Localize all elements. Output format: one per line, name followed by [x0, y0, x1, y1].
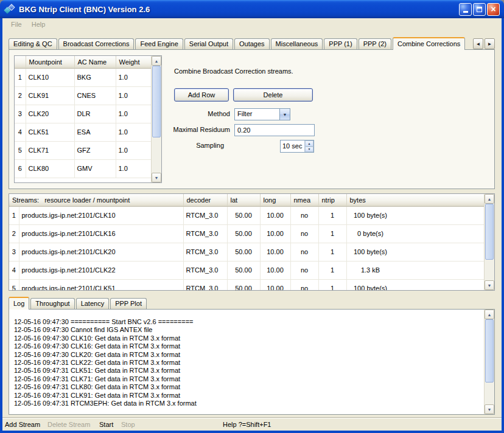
combine-table-scrollbar[interactable]: ▲ ▼ — [151, 56, 161, 182]
start-button[interactable]: Start — [99, 421, 113, 428]
cell-ntrip[interactable]: 1 — [318, 279, 346, 290]
combine-row[interactable]: 4 CLK51 ESA 1.0 — [15, 123, 151, 141]
cell-bytes[interactable]: 100 byte(s) — [346, 206, 484, 224]
scrollbar-track[interactable] — [152, 137, 161, 173]
cell-long[interactable]: 10.00 — [260, 261, 290, 279]
tab-ppp-1[interactable]: PPP (1) — [324, 38, 357, 49]
cell-long[interactable]: 10.00 — [260, 279, 290, 290]
cell-nmea[interactable]: no — [290, 243, 318, 261]
combine-row[interactable]: 1 CLK10 BKG 1.0 — [15, 68, 151, 86]
cell-resource[interactable]: products.igs-ip.net:2101/CLK16 — [19, 224, 183, 243]
stream-row[interactable]: 2 products.igs-ip.net:2101/CLK16 RTCM_3.… — [9, 224, 484, 243]
menu-help[interactable]: Help — [27, 19, 51, 29]
cell-mountpoint[interactable]: CLK91 — [26, 86, 74, 105]
tab-broadcast-corrections[interactable]: Broadcast Corrections — [58, 38, 135, 49]
cell-lat[interactable]: 50.00 — [227, 206, 260, 224]
scrollbar-thumb[interactable] — [485, 319, 494, 383]
tab-throughput[interactable]: Throughput — [30, 298, 74, 309]
cell-nmea[interactable]: no — [290, 206, 318, 224]
cell-resource[interactable]: products.igs-ip.net:2101/CLK22 — [19, 261, 183, 279]
cell-bytes[interactable]: 0 byte(s) — [346, 224, 484, 243]
cell-decoder[interactable]: RTCM_3.0 — [183, 261, 227, 279]
cell-lat[interactable]: 50.00 — [227, 261, 260, 279]
add-stream-button[interactable]: Add Stream — [5, 421, 40, 428]
cell-weight[interactable]: 1.0 — [116, 105, 151, 123]
scrollbar-track[interactable] — [485, 383, 494, 404]
cell-ntrip[interactable]: 1 — [318, 243, 346, 261]
cell-weight[interactable]: 1.0 — [116, 68, 151, 86]
stream-row[interactable]: 3 products.igs-ip.net:2101/CLK20 RTCM_3.… — [9, 243, 484, 261]
stream-row[interactable]: 4 products.igs-ip.net:2101/CLK22 RTCM_3.… — [9, 261, 484, 279]
spin-down-icon[interactable]: ▼ — [305, 147, 313, 153]
cell-nmea[interactable]: no — [290, 224, 318, 243]
help-shortcut-label[interactable]: Help ?=Shift+F1 — [223, 421, 271, 428]
cell-decoder[interactable]: RTCM_3.0 — [183, 224, 227, 243]
cell-long[interactable]: 10.00 — [260, 206, 290, 224]
cell-bytes[interactable]: 100 byte(s) — [346, 243, 484, 261]
cell-bytes[interactable]: 100 byte(s) — [346, 279, 484, 290]
cell-ac-name[interactable]: GFZ — [74, 141, 116, 159]
cell-ntrip[interactable]: 1 — [318, 206, 346, 224]
log-scrollbar[interactable]: ▲ ▼ — [484, 310, 494, 414]
cell-long[interactable]: 10.00 — [260, 224, 290, 243]
cell-mountpoint[interactable]: CLK51 — [26, 123, 74, 141]
tab-scroll-left-button[interactable]: ◄ — [473, 38, 483, 49]
tab-ppp-2[interactable]: PPP (2) — [359, 38, 391, 49]
cell-resource[interactable]: products.igs-ip.net:2101/CLK20 — [19, 243, 183, 261]
cell-weight[interactable]: 1.0 — [116, 86, 151, 105]
cell-lat[interactable]: 50.00 — [227, 279, 260, 290]
cell-decoder[interactable]: RTCM_3.0 — [183, 206, 227, 224]
scroll-up-icon[interactable]: ▲ — [485, 310, 494, 319]
cell-decoder[interactable]: RTCM_3.0 — [183, 279, 227, 290]
method-dropdown[interactable]: Filter ▼ — [234, 108, 290, 120]
tab-ppp-plot[interactable]: PPP Plot — [110, 298, 147, 309]
menu-file[interactable]: File — [6, 19, 27, 29]
cell-weight[interactable]: 1.0 — [116, 141, 151, 159]
maximal-residuum-input[interactable] — [234, 124, 315, 136]
combine-row[interactable]: 5 CLK71 GFZ 1.0 — [15, 141, 151, 159]
cell-long[interactable]: 10.00 — [260, 243, 290, 261]
scroll-down-icon[interactable]: ▼ — [152, 173, 161, 182]
tab-miscellaneous[interactable]: Miscellaneous — [271, 38, 323, 49]
cell-decoder[interactable]: RTCM_3.0 — [183, 243, 227, 261]
cell-weight[interactable]: 1.0 — [116, 159, 151, 178]
scroll-down-icon[interactable]: ▼ — [485, 404, 494, 414]
cell-mountpoint[interactable]: CLK71 — [26, 141, 74, 159]
sampling-spinner[interactable]: 10 sec ▲ ▼ — [280, 140, 314, 153]
tab-log[interactable]: Log — [9, 297, 29, 310]
stream-row[interactable]: 5 products.igs-ip.net:2101/CLK51 RTCM_3.… — [9, 279, 484, 290]
scroll-down-icon[interactable]: ▼ — [485, 280, 494, 290]
titlebar[interactable]: BKG Ntrip Client (BNC) Version 2.6 × — [0, 0, 504, 18]
scrollbar-thumb[interactable] — [152, 66, 161, 137]
scrollbar-track[interactable] — [485, 260, 494, 280]
cell-ac-name[interactable]: BKG — [74, 68, 116, 86]
cell-resource[interactable]: products.igs-ip.net:2101/CLK51 — [19, 279, 183, 290]
scroll-up-icon[interactable]: ▲ — [485, 194, 494, 204]
cell-mountpoint[interactable]: CLK80 — [26, 159, 74, 178]
cell-ac-name[interactable]: GMV — [74, 159, 116, 178]
tab-editing-qc[interactable]: Editing & QC — [9, 38, 57, 49]
tab-serial-output[interactable]: Serial Output — [184, 38, 233, 49]
streams-scrollbar[interactable]: ▲ ▼ — [484, 194, 494, 290]
cell-nmea[interactable]: no — [290, 261, 318, 279]
cell-ntrip[interactable]: 1 — [318, 224, 346, 243]
combine-row[interactable]: 3 CLK20 DLR 1.0 — [15, 105, 151, 123]
tab-feed-engine[interactable]: Feed Engine — [135, 38, 183, 49]
cell-lat[interactable]: 50.00 — [227, 224, 260, 243]
scroll-up-icon[interactable]: ▲ — [152, 56, 161, 66]
cell-weight[interactable]: 1.0 — [116, 123, 151, 141]
close-button[interactable]: × — [487, 3, 500, 16]
cell-bytes[interactable]: 1.3 kB — [346, 261, 484, 279]
tab-combine-corrections[interactable]: Combine Corrections — [393, 37, 465, 50]
delete-button[interactable]: Delete — [233, 88, 313, 102]
combine-row[interactable]: 6 CLK80 GMV 1.0 — [15, 159, 151, 178]
cell-nmea[interactable]: no — [290, 279, 318, 290]
cell-ac-name[interactable]: CNES — [74, 86, 116, 105]
cell-resource[interactable]: products.igs-ip.net:2101/CLK10 — [19, 206, 183, 224]
tab-scroll-right-button[interactable]: ► — [485, 38, 495, 49]
maximize-button[interactable] — [473, 3, 486, 16]
stream-row[interactable]: 1 products.igs-ip.net:2101/CLK10 RTCM_3.… — [9, 206, 484, 224]
cell-lat[interactable]: 50.00 — [227, 243, 260, 261]
spin-up-icon[interactable]: ▲ — [305, 140, 313, 147]
chevron-down-icon[interactable]: ▼ — [279, 109, 290, 120]
